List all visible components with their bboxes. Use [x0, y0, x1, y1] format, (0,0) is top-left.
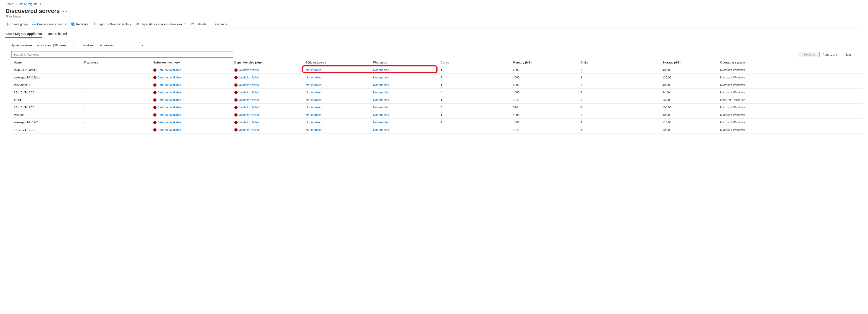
col-name[interactable]: Name — [11, 59, 81, 66]
col-ip[interactable]: IP address — [81, 59, 151, 66]
cell-dependencies: ! Validation failed — [232, 66, 304, 74]
sql-instances-link[interactable]: Not enabled — [306, 83, 321, 87]
software-inventory-link[interactable]: Data not available — [157, 83, 181, 87]
previous-page-button[interactable]: < Previous — [798, 52, 819, 57]
web-apps-link[interactable]: Not enabled — [373, 68, 389, 72]
replicate-icon — [71, 22, 75, 26]
sql-instances-link[interactable]: Not enabled — [306, 113, 321, 117]
create-group-button[interactable]: Create group — [5, 22, 28, 26]
table-row[interactable]: win2k8net35-! Data not available! Valida… — [11, 81, 863, 89]
dependencies-link[interactable]: Validation failed — [239, 68, 259, 72]
cell-software-inventory: ! Data not available — [151, 111, 232, 119]
cell-disks: 6 — [578, 126, 660, 134]
workload-select[interactable]: All servers — [98, 42, 145, 48]
software-inventory-link[interactable]: Data not available — [157, 91, 181, 94]
table-row[interactable]: saku-2k8r2-net35-! Data not available! V… — [11, 66, 863, 74]
web-apps-link[interactable]: Not enabled — [373, 91, 389, 94]
dependencies-link[interactable]: Validation failed — [239, 91, 259, 94]
software-inventory-link[interactable]: Data not available — [157, 106, 181, 109]
dependencies-link[interactable]: Validation failed — [239, 121, 259, 124]
software-inventory-link[interactable]: Data not available — [157, 98, 181, 102]
dependency-icon — [136, 22, 139, 26]
refresh-button[interactable]: Refresh — [190, 22, 206, 26]
tab-import-based[interactable]: Import based — [48, 32, 67, 38]
replicate-button[interactable]: Replicate — [71, 22, 88, 26]
error-icon: ! — [235, 121, 238, 124]
export-button[interactable]: Export software inventory — [93, 22, 131, 26]
dependencies-link[interactable]: Validation failed — [239, 76, 259, 79]
web-apps-link[interactable]: Not enabled — [373, 113, 389, 117]
web-apps-link[interactable]: Not enabled — [373, 98, 389, 102]
sql-instances-link[interactable]: Not enabled — [306, 128, 321, 132]
error-icon: ! — [235, 83, 238, 87]
col-os[interactable]: Operating system — [718, 59, 863, 66]
software-inventory-link[interactable]: Data not available — [157, 121, 181, 124]
web-apps-link[interactable]: Not enabled — [373, 128, 389, 132]
cell-web-apps: Not enabled — [371, 111, 438, 119]
cell-dependencies: ! Validation failed — [232, 104, 304, 111]
web-apps-link[interactable]: Not enabled — [373, 121, 389, 124]
error-icon: ! — [153, 106, 156, 109]
sql-instances-link[interactable]: Not enabled — [306, 91, 321, 94]
sql-instances-link[interactable]: Not enabled — [306, 76, 321, 79]
col-dependencies[interactable]: Dependencies (Age… — [232, 59, 304, 66]
cell-web-apps: Not enabled — [371, 66, 438, 74]
create-assessment-label: Create assessment — [37, 23, 62, 26]
dependencies-link[interactable]: Validation failed — [239, 83, 259, 87]
sql-instances-link[interactable]: Not enabled — [306, 98, 321, 102]
dependencies-link[interactable]: Validation failed — [239, 106, 259, 109]
dependency-analysis-button[interactable]: Dependency analysis (Preview) — [136, 22, 186, 26]
cell-name: SS-VCVT-12DC — [11, 126, 81, 134]
cell-dependencies: ! Validation failed — [232, 111, 304, 119]
breadcrumb-azure-migrate[interactable]: Azure Migrate — [19, 2, 38, 6]
appliance-name-select[interactable]: airsonicapp (VMware) — [35, 42, 76, 48]
cell-sql: Not enabled — [304, 126, 371, 134]
columns-button[interactable]: Columns — [210, 22, 227, 26]
cell-dependencies: ! Validation failed — [232, 89, 304, 96]
sql-instances-link[interactable]: Not enabled — [306, 106, 321, 109]
table-row[interactable]: saku-spool-2k12r2-! Data not available! … — [11, 119, 863, 126]
web-apps-link[interactable]: Not enabled — [373, 106, 389, 109]
page-subtitle: AirsonicApps — [5, 15, 863, 18]
tab-appliance[interactable]: Azure Migrate appliance — [5, 32, 42, 38]
cell-memory: 4096 — [510, 111, 578, 119]
cell-web-apps: Not enabled — [371, 74, 438, 81]
cell-os: Microsoft Windows — [718, 119, 863, 126]
col-storage[interactable]: Storage (GB) — [660, 59, 718, 66]
sql-instances-link[interactable]: Not enabled — [306, 121, 321, 124]
sql-instances-link[interactable]: Not enabled — [306, 68, 321, 72]
checklist-icon — [32, 22, 36, 26]
table-row[interactable]: linux1-! Data not available! Validation … — [11, 96, 863, 104]
col-sql-instances[interactable]: SQL instances — [304, 59, 371, 66]
col-cores[interactable]: Cores — [438, 59, 510, 66]
create-assessment-button[interactable]: Create assessment — [32, 22, 67, 26]
more-actions-button[interactable]: ⋯ — [63, 9, 67, 14]
dependencies-link[interactable]: Validation failed — [239, 113, 259, 117]
cell-cores: 1 — [438, 81, 510, 89]
cell-name: saku-spool-2k12r2-o… — [11, 74, 81, 81]
software-inventory-link[interactable]: Data not available — [157, 113, 181, 117]
cell-memory: 4096 — [510, 66, 578, 74]
table-row[interactable]: SS-VCVT-16DC-! Data not available! Valid… — [11, 89, 863, 96]
cell-disks: 1 — [578, 111, 660, 119]
dependencies-link[interactable]: Validation failed — [239, 128, 259, 132]
col-disks[interactable]: Disks — [578, 59, 660, 66]
web-apps-link[interactable]: Not enabled — [373, 83, 389, 87]
dependencies-link[interactable]: Validation failed — [239, 98, 259, 102]
software-inventory-link[interactable]: Data not available — [157, 76, 181, 79]
cell-sql: Not enabled — [304, 104, 371, 111]
table-row[interactable]: saku-spool-2k12r2-o….! Data not availabl… — [11, 74, 863, 81]
search-input[interactable] — [11, 51, 233, 58]
web-apps-link[interactable]: Not enabled — [373, 76, 389, 79]
software-inventory-link[interactable]: Data not available — [157, 68, 181, 72]
table-row[interactable]: SS-VCVT-19DC-! Data not available! Valid… — [11, 104, 863, 111]
table-row[interactable]: win2k8r2-! Data not available! Validatio… — [11, 111, 863, 119]
table-row[interactable]: SS-VCVT-12DC-! Data not available! Valid… — [11, 126, 863, 134]
col-web-apps[interactable]: Web apps — [371, 59, 438, 66]
software-inventory-link[interactable]: Data not available — [157, 128, 181, 132]
next-page-button[interactable]: Next > — [841, 52, 857, 57]
cell-web-apps: Not enabled — [371, 119, 438, 126]
col-software-inventory[interactable]: Software inventory — [151, 59, 232, 66]
col-memory[interactable]: Memory (MB) — [510, 59, 578, 66]
breadcrumb-home[interactable]: Home — [5, 2, 13, 6]
